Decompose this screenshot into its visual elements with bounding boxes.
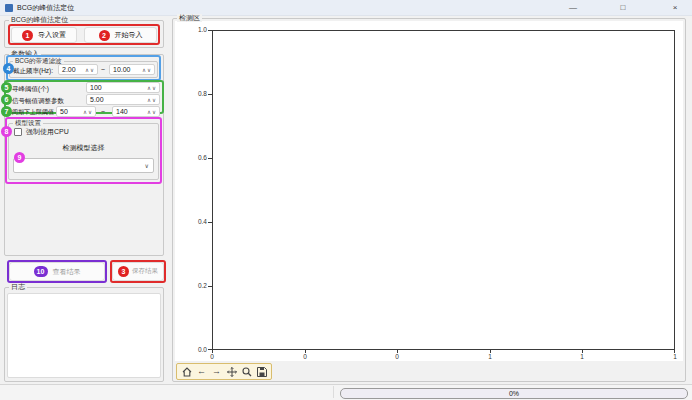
- amplitude-param-value: 5.00: [87, 95, 147, 104]
- main-group-label: BCG的峰值法定位: [9, 16, 70, 24]
- force-cpu-checkbox[interactable]: [14, 128, 22, 136]
- y-tick-mark: [208, 30, 212, 31]
- cutoff-high-spinbox[interactable]: 10.00 ∧∨: [109, 64, 155, 75]
- badge-5: 5: [1, 82, 12, 93]
- interval-low-value: 50: [57, 107, 83, 116]
- badge-8: 8: [1, 126, 12, 137]
- spinner-chevrons-icon[interactable]: ∧∨: [147, 85, 159, 91]
- import-settings-label: 导入设置: [38, 30, 66, 40]
- title-bar: BCG的峰值法定位 — □ ×: [0, 0, 692, 16]
- y-tick-label: 1.0: [190, 26, 207, 34]
- plot-axes-frame: [212, 30, 675, 350]
- badge-1: 1: [22, 30, 33, 41]
- home-icon[interactable]: [181, 366, 192, 377]
- view-results-button[interactable]: 10 查看结果: [9, 262, 105, 281]
- spinner-chevrons-icon[interactable]: ∧∨: [147, 109, 159, 115]
- x-tick-mark: [582, 350, 583, 353]
- interval-high-spinbox[interactable]: 140 ∧∨: [112, 106, 160, 117]
- x-tick-label: 1: [481, 353, 499, 361]
- start-import-button[interactable]: 2 开始导入: [84, 27, 157, 43]
- maximize-button[interactable]: □: [606, 0, 640, 16]
- badge-3: 3: [118, 266, 129, 277]
- spinner-chevrons-icon[interactable]: ∧∨: [147, 97, 159, 103]
- model-select-combobox[interactable]: ∨: [13, 158, 154, 173]
- interval-limits-label: 间期下上限阈值: [12, 108, 54, 117]
- back-arrow-icon[interactable]: ←: [196, 366, 207, 377]
- badge-6: 6: [1, 94, 12, 105]
- pan-icon[interactable]: [226, 366, 237, 377]
- y-tick-label: 0.2: [190, 282, 207, 290]
- peak-threshold-spinbox[interactable]: 100 ∧∨: [86, 82, 160, 93]
- save-results-button[interactable]: 3 保存结果: [112, 262, 164, 281]
- progress-bar: 0%: [340, 388, 688, 399]
- start-import-label: 开始导入: [115, 30, 143, 40]
- x-tick-mark: [212, 350, 213, 353]
- x-tick-mark: [397, 350, 398, 353]
- peak-threshold-value: 100: [87, 83, 147, 92]
- interval-low-spinbox[interactable]: 50 ∧∨: [56, 106, 96, 117]
- badge-2: 2: [99, 30, 110, 41]
- cutoff-high-value: 10.00: [110, 65, 142, 74]
- y-tick-label: 0.6: [190, 154, 207, 162]
- log-textarea[interactable]: [7, 293, 161, 378]
- x-tick-mark: [674, 350, 675, 353]
- y-tick-mark: [208, 222, 212, 223]
- minimize-button[interactable]: —: [556, 0, 590, 16]
- y-tick-mark: [208, 94, 212, 95]
- amplitude-param-label: 信号幅值调整参数: [12, 96, 64, 105]
- app-icon: [5, 4, 13, 12]
- interval-tilde: ~: [101, 107, 105, 116]
- y-tick-mark: [208, 158, 212, 159]
- x-tick-label: 1: [573, 353, 591, 361]
- cutoff-frequency-label: 截止频率(Hz):: [13, 66, 53, 75]
- save-icon[interactable]: [256, 366, 267, 377]
- amplitude-param-spinbox[interactable]: 5.00 ∧∨: [86, 94, 160, 105]
- x-tick-label: 1: [666, 353, 684, 361]
- plot-group-label: 检测区: [177, 14, 202, 22]
- cutoff-low-value: 2.00: [59, 65, 85, 74]
- spinner-chevrons-icon[interactable]: ∧∨: [83, 109, 95, 115]
- import-settings-button[interactable]: 1 导入设置: [11, 27, 77, 43]
- forward-arrow-icon[interactable]: →: [211, 366, 222, 377]
- log-group-label: 日志: [9, 283, 27, 291]
- view-results-label: 查看结果: [53, 267, 81, 277]
- close-button[interactable]: ×: [658, 0, 692, 16]
- spinner-chevrons-icon[interactable]: ∧∨: [142, 67, 154, 73]
- badge-10: 10: [34, 266, 48, 277]
- badge-4: 4: [3, 63, 14, 74]
- spinner-chevrons-icon[interactable]: ∧∨: [85, 67, 97, 73]
- force-cpu-label: 强制使用CPU: [26, 127, 69, 136]
- x-tick-mark: [490, 350, 491, 353]
- zoom-icon[interactable]: [241, 366, 252, 377]
- interval-high-value: 140: [113, 107, 147, 116]
- window-title: BCG的峰值法定位: [17, 3, 74, 13]
- save-results-label: 保存结果: [132, 267, 158, 276]
- y-tick-label: 0.4: [190, 218, 207, 226]
- x-tick-mark: [305, 350, 306, 353]
- bandpass-group-label: BCG的带通滤波: [13, 57, 64, 65]
- peak-threshold-label: 寻峰阈值(个): [12, 84, 49, 93]
- badge-7: 7: [1, 106, 12, 117]
- status-bar-divider: [333, 386, 334, 398]
- cutoff-tilde: ~: [101, 65, 105, 74]
- model-group-label: 模型设置: [13, 119, 43, 127]
- y-tick-mark: [208, 286, 212, 287]
- x-tick-label: 0: [203, 353, 221, 361]
- chevron-down-icon: ∨: [145, 162, 153, 169]
- model-select-label: 检测模型选择: [8, 143, 159, 152]
- cutoff-low-spinbox[interactable]: 2.00 ∧∨: [58, 64, 98, 75]
- badge-9: 9: [14, 152, 25, 163]
- x-tick-label: 0: [388, 353, 406, 361]
- plot-toolbar: ← →: [176, 363, 272, 380]
- x-tick-label: 0: [296, 353, 314, 361]
- y-tick-label: 0.8: [190, 90, 207, 98]
